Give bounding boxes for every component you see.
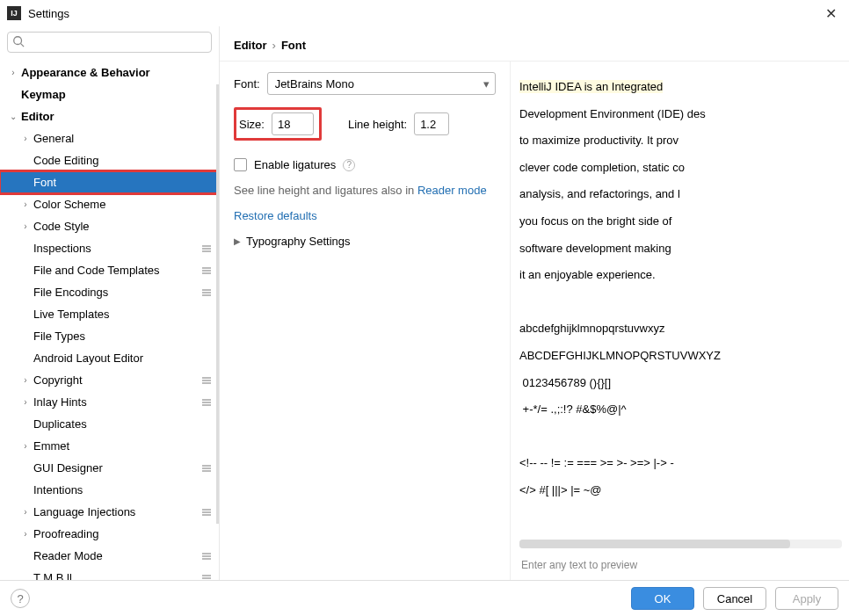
chevron-none-icon: › bbox=[19, 177, 32, 189]
config-icon bbox=[201, 287, 212, 298]
tree-item-duplicates[interactable]: ›Duplicates bbox=[0, 413, 219, 435]
app-icon: IJ bbox=[7, 6, 21, 20]
chevron-none-icon: › bbox=[19, 308, 32, 321]
tree-item-code-style[interactable]: ›Code Style bbox=[0, 215, 219, 237]
typography-settings-toggle[interactable]: ▶ Typography Settings bbox=[234, 235, 496, 248]
svg-rect-14 bbox=[202, 399, 211, 401]
tree-item-language-injections[interactable]: ›Language Injections bbox=[0, 501, 219, 523]
tree-label: Inlay Hints bbox=[33, 395, 87, 409]
font-label: Font: bbox=[234, 77, 260, 91]
tree-item-file-encodings[interactable]: ›File Encodings bbox=[0, 281, 219, 303]
chevron-right-icon: › bbox=[19, 374, 32, 387]
splitter[interactable] bbox=[216, 84, 219, 524]
config-icon bbox=[201, 243, 212, 254]
chevron-right-icon: › bbox=[272, 39, 276, 52]
tree-label: Duplicates bbox=[33, 417, 87, 431]
svg-rect-24 bbox=[202, 555, 211, 557]
chevron-none-icon: › bbox=[19, 572, 32, 581]
tree-item-emmet[interactable]: ›Emmet bbox=[0, 435, 219, 457]
tree-item-code-editing[interactable]: ›Code Editing bbox=[0, 149, 219, 171]
ok-button[interactable]: OK bbox=[631, 587, 694, 610]
scrollbar-thumb[interactable] bbox=[519, 540, 790, 548]
svg-rect-13 bbox=[202, 382, 211, 384]
tree-label: Inspections bbox=[33, 242, 91, 255]
svg-rect-15 bbox=[202, 402, 211, 403]
tree-item-inlay-hints[interactable]: ›Inlay Hints bbox=[0, 391, 219, 413]
search-input[interactable] bbox=[7, 32, 212, 53]
svg-rect-20 bbox=[202, 509, 211, 511]
preview-text[interactable]: IntelliJ IDEA is an Integrated Developme… bbox=[512, 67, 849, 540]
help-button[interactable]: ? bbox=[11, 589, 30, 608]
config-icon bbox=[201, 375, 212, 386]
svg-rect-26 bbox=[202, 575, 211, 576]
tree-item-inspections[interactable]: ›Inspections bbox=[0, 237, 219, 259]
chevron-none-icon: › bbox=[19, 462, 32, 475]
config-icon bbox=[201, 463, 212, 474]
svg-rect-8 bbox=[202, 289, 211, 291]
titlebar: IJ Settings ✕ bbox=[0, 0, 849, 26]
svg-point-0 bbox=[14, 37, 22, 45]
tree-item-file-types[interactable]: ›File Types bbox=[0, 325, 219, 347]
font-select[interactable]: JetBrains Mono ▾ bbox=[267, 72, 496, 95]
button-bar: ? OK Cancel Apply bbox=[0, 580, 849, 616]
svg-rect-25 bbox=[202, 558, 211, 560]
reader-mode-link[interactable]: Reader mode bbox=[417, 184, 487, 197]
svg-rect-21 bbox=[202, 511, 211, 513]
tree-label: File Types bbox=[33, 330, 85, 343]
config-icon bbox=[201, 265, 212, 276]
tree-item-file-and-code-templates[interactable]: ›File and Code Templates bbox=[0, 259, 219, 281]
ligatures-checkbox[interactable] bbox=[234, 158, 247, 171]
font-value: JetBrains Mono bbox=[275, 77, 354, 91]
help-icon[interactable]: ? bbox=[343, 159, 355, 171]
tree-item-gui-designer[interactable]: ›GUI Designer bbox=[0, 457, 219, 479]
tree-label: Copyright bbox=[33, 373, 83, 387]
chevron-none-icon: › bbox=[19, 330, 32, 343]
svg-rect-7 bbox=[202, 272, 211, 274]
svg-rect-5 bbox=[202, 267, 211, 269]
tree-item-android-layout-editor[interactable]: ›Android Layout Editor bbox=[0, 347, 219, 369]
tree-label: GUI Designer bbox=[33, 461, 103, 475]
size-input[interactable] bbox=[272, 112, 314, 135]
svg-rect-28 bbox=[202, 580, 211, 581]
config-icon bbox=[201, 573, 212, 581]
tree-item-intentions[interactable]: ›Intentions bbox=[0, 479, 219, 501]
svg-rect-16 bbox=[202, 404, 211, 406]
main-panel: Editor › Font Font: JetBrains Mono ▾ Siz… bbox=[220, 26, 849, 580]
tree-label: T M B ll bbox=[33, 571, 72, 580]
restore-defaults-link[interactable]: Restore defaults bbox=[234, 209, 496, 222]
chevron-right-icon: › bbox=[19, 440, 32, 453]
cancel-button[interactable]: Cancel bbox=[703, 587, 766, 610]
tree-item-copyright[interactable]: ›Copyright bbox=[0, 369, 219, 391]
tree-item-appearance-behavior[interactable]: ›Appearance & Behavior bbox=[0, 62, 219, 83]
tree-label: General bbox=[33, 132, 74, 145]
svg-rect-19 bbox=[202, 470, 211, 472]
tree-label: Keymap bbox=[21, 88, 66, 101]
tree-item-editor[interactable]: ⌄Editor bbox=[0, 105, 219, 127]
chevron-down-icon: ⌄ bbox=[7, 111, 19, 123]
svg-rect-18 bbox=[202, 467, 211, 469]
svg-rect-12 bbox=[202, 380, 211, 381]
preview-scrollbar[interactable] bbox=[519, 540, 842, 548]
chevron-none-icon: › bbox=[19, 550, 32, 562]
tree-item-t-m-b-ll[interactable]: ›T M B ll bbox=[0, 567, 219, 580]
triangle-right-icon: ▶ bbox=[234, 236, 241, 246]
apply-button: Apply bbox=[775, 587, 838, 610]
size-label: Size: bbox=[239, 118, 265, 131]
breadcrumb: Editor › Font bbox=[220, 26, 849, 61]
chevron-right-icon: › bbox=[19, 528, 32, 540]
tree-item-proofreading[interactable]: ›Proofreading bbox=[0, 523, 219, 545]
tree-item-keymap[interactable]: ›Keymap bbox=[0, 83, 219, 105]
breadcrumb-root[interactable]: Editor bbox=[234, 39, 267, 52]
tree-item-general[interactable]: ›General bbox=[0, 127, 219, 149]
chevron-none-icon: › bbox=[19, 352, 32, 365]
svg-rect-22 bbox=[202, 514, 211, 516]
tree-item-color-scheme[interactable]: ›Color Scheme bbox=[0, 193, 219, 215]
close-icon[interactable]: ✕ bbox=[820, 5, 842, 22]
tree-label: Live Templates bbox=[33, 308, 109, 321]
config-icon bbox=[201, 551, 212, 562]
tree-item-reader-mode[interactable]: ›Reader Mode bbox=[0, 545, 219, 567]
preview-input-hint: Enter any text to preview bbox=[512, 554, 849, 580]
tree-item-live-templates[interactable]: ›Live Templates bbox=[0, 303, 219, 325]
tree-item-font[interactable]: ›Font bbox=[0, 171, 219, 193]
lineheight-input[interactable] bbox=[414, 112, 449, 135]
